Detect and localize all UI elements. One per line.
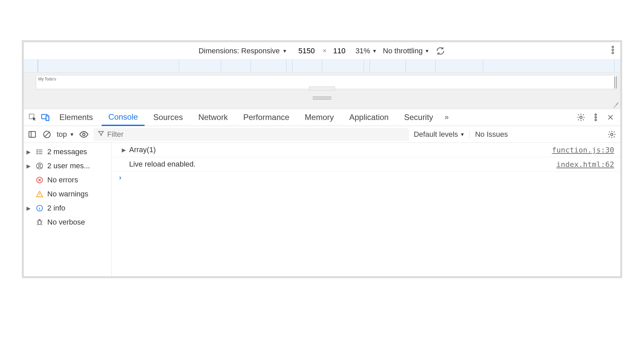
console-message-row[interactable]: ▶ Array(1) function.js:30	[112, 143, 620, 157]
warning-icon	[35, 190, 44, 198]
viewport-preview: My Todo's	[24, 72, 620, 109]
kebab-menu-icon[interactable]	[611, 46, 614, 56]
console-message-row[interactable]: Live reload enabled. index.html:62	[112, 157, 620, 172]
svg-point-13	[83, 133, 85, 135]
svg-point-8	[595, 114, 596, 115]
svg-point-19	[39, 164, 41, 166]
svg-point-10	[595, 119, 596, 121]
throttling-value: No throttling	[383, 47, 423, 55]
context-label: top	[57, 130, 67, 139]
dimensions-label: Dimensions: Responsive	[199, 47, 280, 55]
context-dropdown[interactable]: top ▼	[57, 130, 74, 139]
sidebar-item-label: 2 messages	[47, 147, 87, 156]
expand-caret-icon: ▶	[26, 205, 32, 212]
tab-application[interactable]: Application	[342, 109, 395, 126]
svg-point-22	[38, 221, 41, 225]
tab-memory[interactable]: Memory	[298, 109, 341, 126]
sidebar-item-user-messages[interactable]: ▶ 2 user mes...	[24, 159, 111, 173]
svg-point-0	[612, 46, 614, 48]
svg-rect-11	[29, 131, 36, 137]
console-sidebar: ▶ 2 messages ▶ 2 user mes... No errors	[24, 143, 112, 276]
sidebar-item-messages[interactable]: ▶ 2 messages	[24, 145, 111, 159]
issues-label: No Issues	[469, 130, 508, 139]
dimensions-dropdown[interactable]: Dimensions: Responsive ▼	[199, 47, 287, 55]
svg-rect-5	[46, 116, 49, 121]
more-tabs-icon[interactable]: »	[442, 113, 451, 122]
ruler	[24, 60, 620, 72]
toggle-device-toolbar-icon[interactable]	[40, 113, 51, 122]
dimension-separator: ×	[323, 47, 327, 55]
preview-button	[309, 86, 335, 90]
expand-caret-icon: ▶	[26, 149, 32, 155]
svg-point-17	[37, 153, 37, 154]
preview-page-title: My Todo's	[36, 75, 616, 83]
height-input[interactable]	[329, 47, 350, 55]
chevron-down-icon: ▼	[460, 132, 465, 137]
sidebar-item-verbose[interactable]: No verbose	[24, 215, 111, 229]
live-expression-icon[interactable]	[79, 131, 89, 138]
zoom-dropdown[interactable]: 31% ▼	[356, 47, 377, 55]
sidebar-item-label: 2 info	[47, 204, 65, 213]
rotate-icon[interactable]	[435, 46, 445, 56]
throttling-dropdown[interactable]: No throttling ▼	[383, 47, 429, 55]
zoom-value: 31%	[356, 47, 370, 55]
sidebar-item-label: No verbose	[47, 218, 85, 227]
list-icon	[35, 148, 44, 156]
resize-grip-horizontal[interactable]	[313, 97, 331, 100]
chevron-down-icon: ▼	[70, 132, 74, 137]
info-icon	[35, 204, 44, 212]
resize-grip-corner[interactable]	[613, 102, 618, 107]
tab-console[interactable]: Console	[102, 109, 145, 126]
expand-caret-icon: ▶	[122, 147, 129, 153]
svg-point-1	[612, 49, 614, 51]
console-messages: ▶ Array(1) function.js:30 Live reload en…	[112, 143, 620, 276]
devtools-tabbar: Elements Console Sources Network Perform…	[24, 109, 620, 126]
width-input[interactable]	[293, 47, 320, 55]
svg-point-7	[580, 116, 582, 119]
tab-elements[interactable]: Elements	[53, 109, 100, 126]
sidebar-item-info[interactable]: ▶ 2 info	[24, 201, 111, 215]
tab-network[interactable]: Network	[192, 109, 234, 126]
clear-console-icon[interactable]	[42, 130, 52, 139]
levels-label: Default levels	[414, 130, 458, 139]
tab-sources[interactable]: Sources	[147, 109, 190, 126]
gear-icon[interactable]	[607, 130, 617, 139]
sidebar-item-warnings[interactable]: No warnings	[24, 187, 111, 201]
tab-security[interactable]: Security	[397, 109, 440, 126]
log-levels-dropdown[interactable]: Default levels ▼	[414, 130, 465, 139]
sidebar-item-label: 2 user mes...	[47, 162, 90, 170]
console-message-text: Live reload enabled.	[129, 160, 556, 169]
close-icon[interactable]	[604, 114, 617, 121]
filter-field[interactable]	[94, 128, 409, 141]
source-link[interactable]: function.js:30	[552, 146, 614, 154]
console-toolbar: top ▼ Default levels ▼ No Issues	[24, 126, 620, 143]
svg-point-14	[611, 133, 613, 135]
console-prompt[interactable]: ›	[112, 172, 620, 184]
expand-caret-icon: ▶	[26, 163, 32, 169]
console-message-text: Array(1)	[129, 145, 552, 154]
chevron-down-icon: ▼	[425, 48, 429, 54]
chevron-down-icon: ▼	[282, 48, 287, 54]
bug-icon	[35, 219, 44, 226]
source-link[interactable]: index.html:62	[556, 160, 614, 169]
filter-input[interactable]	[107, 130, 405, 139]
inspect-element-icon[interactable]	[27, 113, 38, 122]
resize-grip-vertical[interactable]	[614, 76, 617, 88]
kebab-menu-icon[interactable]	[589, 113, 602, 121]
chevron-down-icon: ▼	[372, 48, 377, 54]
devtools-window: Dimensions: Responsive ▼ × 31% ▼ No thro…	[22, 40, 622, 278]
toggle-sidebar-icon[interactable]	[27, 130, 37, 139]
console-body: ▶ 2 messages ▶ 2 user mes... No errors	[24, 143, 620, 276]
svg-point-16	[37, 152, 37, 152]
svg-point-9	[595, 117, 596, 118]
user-icon	[35, 162, 44, 170]
sidebar-item-label: No errors	[47, 176, 78, 184]
prompt-caret-icon: ›	[119, 174, 121, 181]
filter-icon	[98, 130, 104, 139]
sidebar-item-errors[interactable]: No errors	[24, 173, 111, 187]
error-icon	[35, 176, 44, 184]
tab-performance[interactable]: Performance	[236, 109, 296, 126]
gear-icon[interactable]	[575, 113, 587, 122]
svg-point-15	[37, 149, 37, 150]
device-toolbar: Dimensions: Responsive ▼ × 31% ▼ No thro…	[24, 42, 620, 60]
